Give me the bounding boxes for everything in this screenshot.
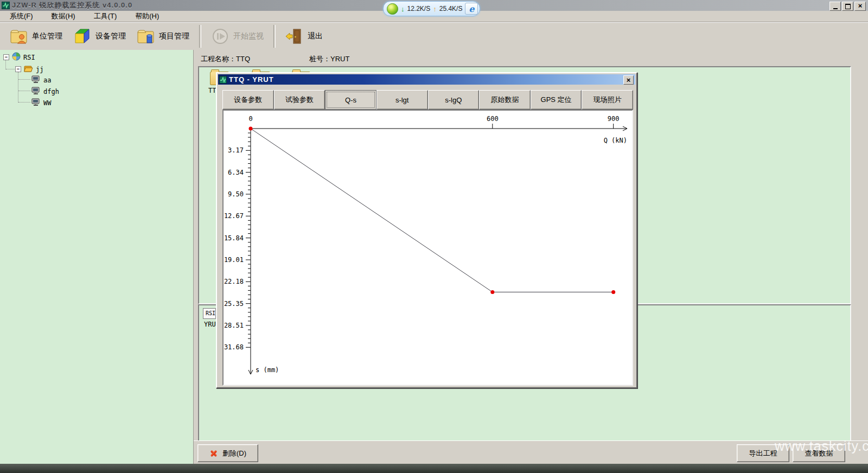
pile-number-label: 桩号： <box>309 55 330 63</box>
tree-node-device[interactable]: aa <box>31 75 51 85</box>
svg-text:900: 900 <box>608 115 620 123</box>
globe-icon <box>12 52 21 62</box>
pile-number-value: YRUT <box>330 55 349 63</box>
upload-speed: 25.4K/S <box>439 5 463 12</box>
toolbar-button-label: 项目管理 <box>159 31 189 41</box>
tree-node-root[interactable]: − RSI <box>3 52 35 62</box>
computer-icon <box>31 75 41 85</box>
browser-button[interactable]: e <box>465 3 478 15</box>
toolbar-separator <box>199 25 201 48</box>
tab-qs-curve[interactable]: Q-s <box>325 90 376 110</box>
delete-x-icon <box>209 449 218 458</box>
svg-text:25.35: 25.35 <box>224 300 244 308</box>
svg-text:9.50: 9.50 <box>228 190 244 198</box>
svg-text:12.67: 12.67 <box>224 212 244 220</box>
collapse-icon[interactable]: − <box>3 54 9 60</box>
menu-data[interactable]: 数据(H) <box>49 11 78 22</box>
export-button-label: 导出工程 <box>749 449 777 458</box>
restore-icon <box>845 4 851 9</box>
svg-text:19.01: 19.01 <box>224 256 244 264</box>
view-data-button[interactable]: 查看数据 <box>793 444 845 462</box>
svg-text:600: 600 <box>487 115 499 123</box>
tree-connector <box>18 79 30 80</box>
toolbar: 单位管理 设备管理 项目管理 <box>0 22 868 50</box>
qs-chart: 0600900Q (kN)s (mm)3.176.349.5012.6715.8… <box>224 111 632 385</box>
qs-chart-area: 0600900Q (kN)s (mm)3.176.349.5012.6715.8… <box>222 110 633 386</box>
svg-text:28.51: 28.51 <box>224 322 244 329</box>
menu-help[interactable]: 帮助(H) <box>133 11 161 22</box>
exit-button[interactable]: 退出 <box>280 25 328 48</box>
dialog-close-icon: × <box>627 76 631 84</box>
toolbar-button-label: 单位管理 <box>32 31 62 41</box>
svg-text:31.68: 31.68 <box>224 343 244 351</box>
tab-device-params[interactable]: 设备参数 <box>222 90 274 110</box>
desktop-edge <box>0 464 868 473</box>
tree-connector <box>18 102 30 103</box>
svg-text:Q (kN): Q (kN) <box>604 137 627 144</box>
project-name-label: 工程名称： <box>201 55 236 63</box>
upload-arrow-icon: ↑ <box>433 5 437 13</box>
open-folder-icon <box>24 65 33 74</box>
close-button[interactable]: × <box>854 2 866 11</box>
tab-raw-data[interactable]: 原始数据 <box>479 90 531 110</box>
project-management-button[interactable]: 项目管理 <box>131 25 195 48</box>
menu-system[interactable]: 系统(F) <box>8 11 35 22</box>
download-arrow-icon: ↓ <box>401 5 405 13</box>
folder-user-icon <box>10 28 28 45</box>
cube-icon <box>73 28 92 45</box>
close-icon: × <box>858 2 863 9</box>
delete-button[interactable]: 删除(D) <box>197 444 258 462</box>
play-monitor-icon <box>211 28 229 45</box>
ie-icon: e <box>469 4 474 14</box>
tree-node-device[interactable]: WW <box>31 98 51 108</box>
project-name-value: TTQ <box>236 55 250 63</box>
dialog-titlebar: TTQ - YRUT × <box>218 74 635 85</box>
tree-device-label[interactable]: WW <box>43 99 51 107</box>
collapse-icon[interactable]: − <box>15 66 21 72</box>
pile-number-header: 桩号：YRUT <box>309 54 349 64</box>
minimize-icon <box>833 8 838 9</box>
action-bar: 删除(D) 导出工程 查看数据 <box>194 440 868 464</box>
dialog-title: TTQ - YRUT <box>229 75 274 84</box>
project-name-header: 工程名称：TTQ <box>201 54 250 64</box>
start-monitor-button[interactable]: 开始监视 <box>206 25 269 48</box>
dialog-icon <box>219 76 227 84</box>
unit-management-button[interactable]: 单位管理 <box>4 25 68 48</box>
svg-text:6.34: 6.34 <box>228 169 244 176</box>
exit-door-icon <box>285 28 304 45</box>
pile-item-icon[interactable]: RSI <box>203 308 216 319</box>
svg-text:22.18: 22.18 <box>224 278 244 285</box>
tree-node-device[interactable]: dfgh <box>31 87 59 97</box>
traffic-monitor-icon <box>387 3 398 15</box>
tab-s-lgq[interactable]: s-lgQ <box>428 90 480 110</box>
restore-button[interactable] <box>842 2 853 11</box>
tab-test-params[interactable]: 试验参数 <box>274 90 326 110</box>
device-tree-panel: − RSI − jj <box>0 50 194 464</box>
tab-s-lgt[interactable]: s-lgt <box>376 90 428 110</box>
tab-site-photos[interactable]: 现场照片 <box>582 90 633 110</box>
tree-node-folder[interactable]: − jj <box>15 65 43 74</box>
network-speed-widget[interactable]: ↓ 12.2K/S ↑ 25.4K/S e <box>383 1 480 16</box>
tree-device-label[interactable]: dfgh <box>43 88 59 95</box>
dialog-close-button[interactable]: × <box>623 75 634 85</box>
tree-folder-label[interactable]: jj <box>36 66 43 73</box>
svg-text:0: 0 <box>248 115 252 123</box>
tree-connector <box>6 69 15 69</box>
svg-text:3.17: 3.17 <box>228 146 244 154</box>
export-project-button[interactable]: 导出工程 <box>737 444 789 462</box>
delete-button-label: 删除(D) <box>222 449 246 458</box>
folder-database-icon <box>137 28 155 45</box>
menu-tools[interactable]: 工具(T) <box>92 11 119 22</box>
app-logo-icon <box>2 2 10 9</box>
svg-text:15.84: 15.84 <box>224 234 244 242</box>
toolbar-button-label: 设备管理 <box>95 31 126 41</box>
pile-detail-dialog: TTQ - YRUT × 设备参数 试验参数 Q-s s-lgt s-lgQ 原… <box>216 72 637 388</box>
tree-root-label[interactable]: RSI <box>23 54 35 61</box>
tree-device-label[interactable]: aa <box>43 76 51 84</box>
application-window: JZW-R 锐欣静载监控系统 v4.0.0.0 × ↓ 12.2K/S ↑ 25… <box>0 0 868 473</box>
minimize-button[interactable] <box>829 2 841 11</box>
toolbar-button-label: 开始监视 <box>233 31 264 41</box>
tab-gps-location[interactable]: GPS 定位 <box>531 90 582 110</box>
device-management-button[interactable]: 设备管理 <box>68 25 131 48</box>
tree-connector <box>18 72 18 103</box>
